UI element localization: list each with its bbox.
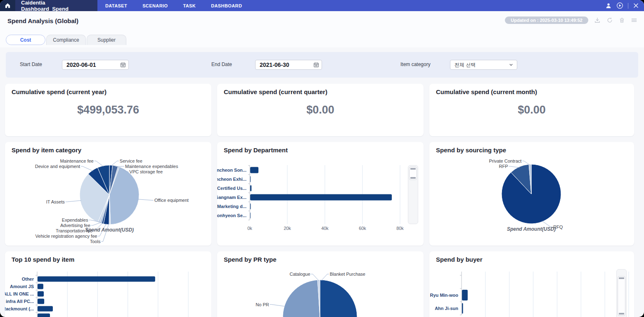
chart-card-top10-items: Top 10 spend by item OtherAmount JSALL I…: [5, 251, 211, 317]
svg-text:20k: 20k: [284, 226, 291, 231]
chart-card-buyer: Spend by buyer Ryu Min-wooAhn Ji-sun: [429, 251, 634, 317]
svg-text:Ryu Min-woo: Ryu Min-woo: [430, 293, 459, 298]
svg-text:Incheon Exhi...: Incheon Exhi...: [217, 177, 246, 182]
user-icon[interactable]: [605, 2, 612, 9]
kpi-card-current-quarter: Cumulative spend (current quarter) $0.00: [217, 84, 424, 136]
svg-text:Service fee: Service fee: [120, 158, 142, 163]
svg-text:Spend Amount(USD): Spend Amount(USD): [507, 226, 556, 232]
pr-type-pie-chart: Blanket PurchaseNo PRCatalogue: [217, 266, 424, 317]
end-date-input[interactable]: [256, 60, 313, 69]
svg-text:Expendables: Expendables: [62, 218, 88, 222]
refresh-icon: [606, 17, 613, 24]
more-menu-button[interactable]: [631, 17, 637, 24]
scrollbar-thumb[interactable]: [409, 167, 417, 180]
kpi-card-current-month: Cumulative spend (current month) $0.00: [429, 84, 634, 136]
svg-text:Certified Us...: Certified Us...: [217, 186, 246, 191]
chart-title: Spend by Department: [224, 147, 288, 154]
svg-text:Gangnam Ex...: Gangnam Ex...: [217, 195, 246, 200]
svg-text:Maintenance expendables: Maintenance expendables: [125, 164, 178, 169]
chart-scrollbar[interactable]: [408, 165, 418, 224]
updated-badge: Updated on : 2025-03-10 13:49:52: [505, 17, 588, 24]
svg-text:Device and equipment: Device and equipment: [35, 164, 80, 169]
svg-text:IT Assets: IT Assets: [46, 199, 65, 204]
delete-button[interactable]: [619, 17, 625, 24]
kpi-value: $0.00: [429, 104, 634, 116]
svg-text:Office equipment: Office equipment: [154, 198, 189, 203]
buyer-bar-chart: Ryu Min-wooAhn Ji-sun: [429, 266, 634, 317]
end-date-label: End Date: [211, 62, 232, 67]
menu-item-task[interactable]: TASK: [183, 3, 196, 8]
svg-text:0k: 0k: [247, 226, 252, 231]
navbar-actions: [605, 0, 644, 11]
start-date-input[interactable]: [62, 60, 120, 69]
svg-text:Vehicle registration agency fe: Vehicle registration agency fee: [36, 234, 97, 239]
page-header: Spend Analysis (Global) Updated on : 202…: [0, 11, 644, 47]
tab-cost[interactable]: Cost: [6, 35, 45, 45]
kpi-title: Cumulative spend (current month): [436, 88, 537, 95]
svg-text:Catalogue: Catalogue: [289, 272, 310, 277]
chart-card-pr-type: Spend by PR type Blanket PurchaseNo PRCa…: [217, 251, 424, 317]
end-date-field[interactable]: [255, 60, 322, 70]
svg-text:60k: 60k: [359, 226, 366, 231]
chart-title: Spend by buyer: [436, 256, 483, 263]
kpi-title: Cumulative spend (current year): [12, 88, 107, 95]
svg-text:VPC storage fee: VPC storage fee: [129, 169, 163, 174]
svg-text:Ahn Ji-sun: Ahn Ji-sun: [435, 306, 458, 311]
dashboard-title: Caidentia Dashboard_Spend: [15, 0, 97, 11]
chart-card-item-category: Spend by item category Service feeMainte…: [5, 142, 211, 246]
delete-icon: [619, 17, 625, 24]
chevron-down-icon: [509, 62, 514, 67]
navbar-divider: [628, 3, 628, 9]
chart-card-department: Spend by Department Incheon Son...Incheo…: [217, 142, 424, 246]
kpi-title: Cumulative spend (current quarter): [224, 88, 327, 95]
svg-text:ALL IN ONE ...: ALL IN ONE ...: [5, 291, 34, 296]
calendar-icon[interactable]: [313, 62, 319, 69]
calendar-icon[interactable]: [120, 62, 126, 69]
app-window: Caidentia Dashboard_Spend DATASET SCENAR…: [0, 0, 644, 317]
svg-text:Maintenance fee: Maintenance fee: [60, 158, 93, 163]
svg-text:RFP: RFP: [499, 164, 508, 169]
chart-scrollbar[interactable]: [616, 269, 627, 317]
start-date-label: Start Date: [20, 62, 42, 67]
page-title: Spend Analysis (Global): [7, 17, 78, 24]
svg-text:Nonhyeon Se...: Nonhyeon Se...: [217, 213, 246, 218]
home-icon: [5, 2, 11, 9]
kpi-card-current-year: Cumulative spend (current year) $499,053…: [5, 84, 211, 136]
menu-icon: [631, 17, 637, 24]
svg-text:Tools: Tools: [90, 239, 101, 244]
chart-title: Spend by sourcing type: [436, 147, 506, 154]
chart-card-sourcing-type: Spend by sourcing type RFQRFPPrivate Con…: [429, 142, 634, 246]
svg-text:Spend Amount(USD): Spend Amount(USD): [85, 227, 134, 233]
svg-text:Amount JS: Amount JS: [10, 284, 34, 289]
top-navbar: Caidentia Dashboard_Spend DATASET SCENAR…: [0, 0, 644, 11]
tab-supplier[interactable]: Supplier: [87, 35, 126, 45]
tab-compliance[interactable]: Compliance: [46, 35, 86, 45]
item-category-label: Item category: [400, 62, 431, 67]
kpi-value: $0.00: [217, 104, 424, 116]
menu-item-dataset[interactable]: DATASET: [105, 3, 127, 8]
header-actions: Updated on : 2025-03-10 13:49:52: [505, 17, 637, 24]
item-category-select[interactable]: 전체 선택: [450, 60, 517, 70]
svg-text:Blanket Purchase: Blanket Purchase: [330, 272, 365, 277]
chart-title: Spend by PR type: [224, 256, 277, 263]
svg-text:No PR: No PR: [256, 302, 269, 307]
chart-title: Spend by item category: [12, 147, 81, 154]
top10-items-bar-chart: OtherAmount JSALL IN ONE ...infra All PC…: [5, 266, 211, 317]
menu-item-scenario[interactable]: SCENARIO: [142, 3, 168, 8]
scrollbar-thumb[interactable]: [618, 276, 625, 316]
start-date-field[interactable]: [62, 60, 129, 70]
svg-text:Other: Other: [22, 277, 34, 282]
play-icon[interactable]: [616, 2, 623, 9]
filter-panel: Start Date End Date Item category 전체 선택: [6, 52, 638, 78]
svg-text:80k: 80k: [396, 226, 404, 231]
close-icon[interactable]: [633, 2, 639, 9]
refresh-button[interactable]: [606, 17, 613, 24]
department-bar-chart: Incheon Son...Incheon Exhi...Certified U…: [217, 157, 424, 246]
svg-text:Rackmount (...: Rackmount (...: [5, 306, 34, 311]
kpi-value: $499,053.76: [5, 104, 211, 116]
svg-text:Private Contract: Private Contract: [489, 158, 521, 163]
menu-item-dashboard[interactable]: DASHBOARD: [211, 3, 242, 8]
download-button[interactable]: [594, 17, 601, 24]
item-category-pie-chart: Service feeMaintenance expendablesVPC st…: [5, 157, 211, 246]
home-button[interactable]: [0, 0, 15, 11]
